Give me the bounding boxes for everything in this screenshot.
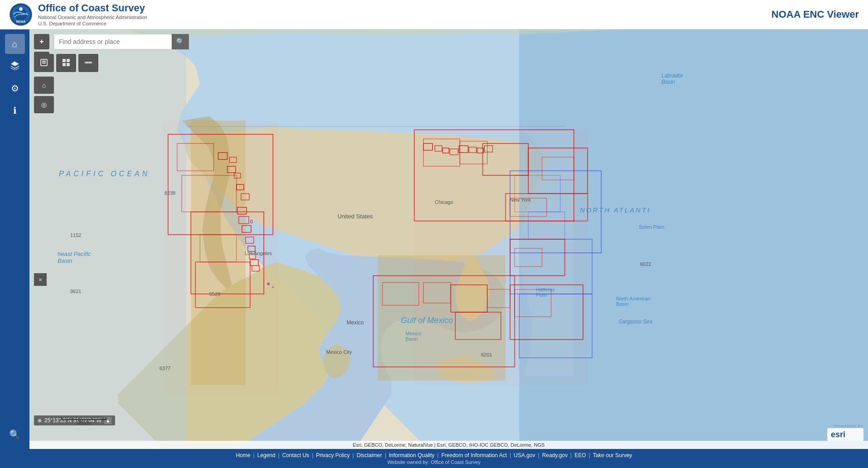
search-bar: 🔍 — [54, 34, 189, 49]
measure-button[interactable] — [78, 54, 98, 72]
org-subtitle1: National Oceanic and Atmospheric Adminis… — [38, 14, 147, 20]
svg-text:esri: esri — [831, 430, 845, 439]
footer-link-disclaimer[interactable]: Disclaimer — [354, 452, 385, 458]
sidebar-bottom: 🔍 — [5, 425, 25, 444]
footer-link-legend[interactable]: Legend — [255, 452, 278, 458]
powered-by-text: POWERED BY — [834, 424, 863, 428]
main-area: ⌂ ⚙ ℹ 🔍 — [0, 29, 868, 449]
org-title: Office of Coast Survey — [38, 2, 147, 14]
gear-icon: ⚙ — [11, 83, 19, 94]
footer-link-survey[interactable]: Take our Survey — [590, 452, 635, 458]
home-icon: ⌂ — [12, 39, 17, 49]
footer-link-eeo[interactable]: EEO — [572, 452, 588, 458]
locate-icon: ◎ — [41, 101, 47, 108]
sidebar-expand-button[interactable]: » — [34, 273, 47, 286]
sidebar-item-layers[interactable] — [5, 56, 25, 76]
footer-link-ready-gov[interactable]: Ready.gov — [540, 452, 570, 458]
sidebar-item-home[interactable]: ⌂ — [5, 34, 25, 54]
svg-rect-71 — [63, 63, 66, 66]
map-background — [29, 29, 868, 449]
map-tools-row — [34, 54, 98, 72]
map-nav-buttons: ⌂ ◎ — [34, 77, 54, 113]
svg-rect-69 — [63, 59, 66, 62]
map-container[interactable]: PACIFIC OCEAN NORTH ATLANTI Gulf of Mexi… — [29, 29, 868, 449]
noaa-logo-icon: NOAA — [9, 3, 33, 26]
footer-link-usa-gov[interactable]: USA.gov — [511, 452, 538, 458]
svg-point-65 — [272, 286, 274, 288]
home-extent-icon: ⌂ — [42, 82, 46, 89]
basemap-icon — [62, 58, 70, 68]
search-button[interactable]: 🔍 — [172, 34, 189, 49]
footer-links: Home | Legend | Contact Us | Privacy Pol… — [233, 452, 635, 458]
scale-label: 600mi — [77, 420, 91, 425]
svg-rect-10 — [164, 121, 278, 394]
measure-icon — [84, 58, 92, 68]
footer-sub-text: Website owned by: Office of Coast Survey — [387, 459, 481, 465]
footer-link-info-quality[interactable]: Information Quality — [386, 452, 437, 458]
attribution-text: Esri, GEBCO, DeLorme, NaturalVue | Esri,… — [353, 442, 545, 448]
svg-rect-67 — [42, 61, 46, 62]
search-input[interactable] — [54, 34, 172, 49]
footer-link-foia[interactable]: Freedom of Information Act — [439, 452, 510, 458]
svg-text:NOAA: NOAA — [16, 20, 26, 23]
scale-bar: 600mi — [61, 417, 106, 425]
footer-link-contact[interactable]: Contact Us — [280, 452, 312, 458]
header-text: Office of Coast Survey National Oceanic … — [38, 2, 147, 27]
header: NOAA Office of Coast Survey National Oce… — [0, 0, 868, 29]
svg-rect-63 — [186, 126, 564, 126]
svg-rect-68 — [42, 63, 46, 63]
info-icon: ℹ — [13, 105, 17, 116]
header-left: NOAA Office of Coast Survey National Oce… — [9, 2, 147, 27]
my-location-button[interactable]: ◎ — [34, 96, 54, 113]
zoom-in-button[interactable]: + — [34, 34, 49, 49]
svg-rect-70 — [67, 59, 70, 62]
esri-logo: POWERED BY esri — [827, 424, 863, 441]
map-attribution: Esri, GEBCO, DeLorme, NaturalVue | Esri,… — [29, 441, 868, 449]
basemap-button[interactable] — [56, 54, 76, 72]
search-submit-icon: 🔍 — [176, 38, 185, 46]
bookmark-icon — [40, 58, 48, 68]
layers-icon — [10, 60, 20, 72]
svg-point-64 — [267, 283, 270, 285]
app-title: NOAA ENC Viewer — [772, 9, 859, 20]
footer-link-privacy[interactable]: Privacy Policy — [313, 452, 352, 458]
crosshair-icon: ⊕ — [38, 418, 42, 424]
home-extent-button[interactable]: ⌂ — [34, 77, 54, 94]
svg-rect-72 — [67, 63, 70, 66]
sidebar-item-search[interactable]: 🔍 — [5, 425, 25, 444]
svg-point-3 — [19, 7, 23, 11]
search-icon: 🔍 — [9, 429, 20, 440]
svg-rect-11 — [415, 130, 588, 385]
bookmark-button[interactable] — [34, 54, 54, 72]
footer-link-home[interactable]: Home — [233, 452, 253, 458]
sidebar: ⌂ ⚙ ℹ 🔍 — [0, 29, 29, 449]
esri-logo-icon: esri — [827, 428, 863, 441]
org-subtitle2: U.S. Department of Commerce — [38, 20, 147, 27]
sidebar-item-settings[interactable]: ⚙ — [5, 78, 25, 98]
footer: Home | Legend | Contact Us | Privacy Pol… — [0, 449, 868, 468]
arrows-icon: » — [39, 276, 42, 283]
sidebar-item-info[interactable]: ℹ — [5, 101, 25, 121]
